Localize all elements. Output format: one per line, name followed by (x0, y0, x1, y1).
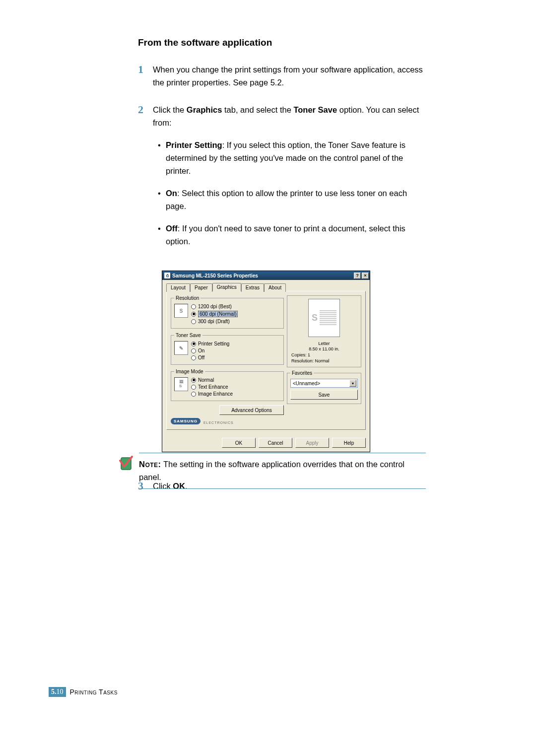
page-footer: 5.10 Printing Tasks (49, 687, 118, 697)
radio-1200dpi[interactable]: 1200 dpi (Best) (191, 304, 238, 309)
bullet-list: Printer Setting: If you select this opti… (153, 138, 426, 248)
printer-icon: ⎙ (164, 273, 170, 278)
graphics-tab-panel: Resolution S 1200 dpi (Best) 600 dpi (No… (166, 291, 366, 430)
radio-toner-off[interactable]: Off (191, 355, 229, 360)
dialog-titlebar[interactable]: ⎙ Samsung ML-2150 Series Properties ? × (162, 271, 370, 280)
preview-page-icon: S (308, 299, 340, 337)
step-1: 1 When you change the print settings fro… (138, 63, 426, 89)
step2-text-c: tab, and select the (222, 105, 293, 114)
favorites-value: <Unnamed> (293, 381, 320, 386)
chapter-number: 5. (51, 688, 57, 695)
ok-button[interactable]: OK (222, 438, 256, 448)
preview-paper: Letter (291, 341, 357, 347)
bullet-label: Off (166, 224, 178, 233)
preview-copies: Copies: 1 (291, 352, 357, 358)
dialog-buttons: OK Cancel Apply Help (162, 434, 370, 452)
help-button[interactable]: Help (332, 438, 366, 448)
cancel-button[interactable]: Cancel (259, 438, 292, 448)
radio-300dpi[interactable]: 300 dpi (Draft) (191, 319, 238, 324)
tab-layout[interactable]: Layout (166, 283, 190, 292)
apply-button[interactable]: Apply (295, 438, 329, 448)
favorites-dropdown[interactable]: <Unnamed> ▼ (290, 379, 358, 388)
group-resolution: Resolution S 1200 dpi (Best) 600 dpi (No… (171, 295, 284, 329)
step2-text-d: Toner Save (293, 105, 337, 114)
bullet-rest: : Select this option to allow the printe… (166, 189, 407, 210)
help-button[interactable]: ? (354, 273, 361, 279)
section-title: Printing Tasks (70, 688, 118, 696)
section-heading: From the software application (138, 37, 426, 48)
radio-image-enhance[interactable]: Image Enhance (191, 391, 233, 397)
tab-extras[interactable]: Extras (241, 283, 264, 292)
step-body: Click the Graphics tab, and select the T… (153, 103, 426, 257)
brand-row: SAMSUNG ELECTRONICS (171, 418, 284, 424)
group-legend: Image Mode (174, 369, 205, 374)
step-2: 2 Click the Graphics tab, and select the… (138, 103, 426, 257)
samsung-sub: ELECTRONICS (203, 421, 234, 424)
tab-about[interactable]: About (264, 283, 286, 292)
printer-properties-dialog: ⎙ Samsung ML-2150 Series Properties ? × … (162, 271, 370, 452)
group-legend: Favorites (290, 370, 314, 376)
step2-text-a: Click the (153, 105, 187, 114)
group-image-mode: Image Mode 🖼S Normal Text Enhance Image … (171, 369, 284, 401)
tab-strip: Layout Paper Graphics Extras About (166, 283, 366, 291)
note-icon (118, 456, 134, 472)
group-legend: Resolution (174, 295, 201, 301)
advanced-options-button[interactable]: Advanced Options (219, 405, 284, 415)
radio-printer-setting[interactable]: Printer Setting (191, 341, 229, 346)
radio-600dpi[interactable]: 600 dpi (Normal) (191, 311, 238, 317)
bullet-on: On: Select this option to allow the prin… (166, 187, 426, 213)
note-text: Note: The setting in the software applic… (139, 453, 426, 489)
note-label: Note: (139, 460, 161, 469)
samsung-logo: SAMSUNG (171, 418, 201, 424)
bullet-printer-setting: Printer Setting: If you select this opti… (166, 138, 426, 178)
group-favorites: Favorites <Unnamed> ▼ Save (287, 370, 361, 404)
image-mode-icon: 🖼S (174, 377, 188, 391)
group-legend: Toner Save (174, 333, 202, 338)
group-toner-save: Toner Save ✎ Printer Setting On Off (171, 333, 284, 365)
step-number: 1 (138, 63, 153, 75)
radio-toner-on[interactable]: On (191, 348, 229, 353)
page-number-badge: 5.10 (49, 687, 66, 697)
preview-dims: 8.50 x 11.00 in. (291, 346, 357, 352)
bullet-label: Printer Setting (166, 140, 222, 149)
tab-graphics[interactable]: Graphics (212, 283, 241, 291)
step2-text-b: Graphics (187, 105, 222, 114)
close-button[interactable]: × (362, 273, 369, 279)
favorites-save-button[interactable]: Save (290, 390, 358, 400)
step-body: When you change the print settings from … (153, 63, 426, 89)
note-body: The setting in the software application … (139, 460, 404, 481)
page-content: From the software application 1 When you… (138, 37, 426, 499)
bullet-rest: : If you don't need to save toner to pri… (166, 224, 405, 246)
chevron-down-icon[interactable]: ▼ (349, 380, 356, 387)
preview-resolution: Resolution: Normal (291, 358, 357, 364)
bullet-off: Off: If you don't need to save toner to … (166, 222, 426, 248)
radio-text-enhance[interactable]: Text Enhance (191, 384, 233, 390)
dialog-title: Samsung ML-2150 Series Properties (172, 273, 354, 278)
step-number: 2 (138, 103, 153, 115)
tab-paper[interactable]: Paper (190, 283, 212, 292)
resolution-icon: S (174, 304, 188, 318)
radio-image-normal[interactable]: Normal (191, 377, 233, 383)
bullet-label: On (166, 189, 177, 198)
note-block: Note: The setting in the software applic… (118, 453, 426, 489)
print-preview: S Letter 8.50 x 11.00 in. Copies: 1 Reso… (287, 295, 361, 367)
toner-save-icon: ✎ (174, 341, 188, 355)
page-number: 10 (57, 688, 64, 695)
